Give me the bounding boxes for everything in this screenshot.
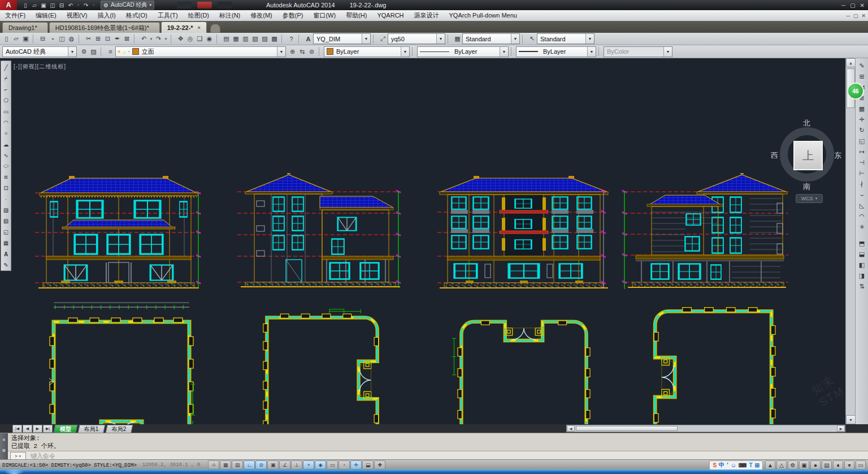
menu-item[interactable]: YQArch Pull-down Menu (444, 10, 522, 21)
send-under-icon[interactable]: ◨ (857, 270, 867, 281)
selectioncycling-toggle[interactable]: ⬓ (362, 460, 374, 469)
viewcube-west-label[interactable]: 西 (771, 150, 778, 161)
new-tab-button[interactable] (210, 24, 220, 33)
trim-icon[interactable]: ⊣ (857, 157, 867, 168)
quickcalc-icon[interactable]: ▩ (270, 34, 279, 44)
layer-properties-icon[interactable]: ≡ (106, 47, 115, 57)
extend-icon[interactable]: ⊢ (857, 168, 867, 179)
canvas-horizontal-scrollbar[interactable]: ◀ ▶ (566, 425, 845, 432)
sheetset-manager-icon[interactable]: ▧ (250, 34, 260, 44)
snap-toggle[interactable]: ▦ (220, 460, 231, 469)
autocad360-icon[interactable]: ● (810, 460, 821, 469)
ducs-toggle[interactable]: + (303, 460, 314, 469)
first-layout-button[interactable]: |◀ (12, 425, 22, 433)
windows-taskbar-edge[interactable] (0, 469, 868, 474)
wcs-menu[interactable]: WCS▾ (796, 194, 823, 203)
sogou-logo-icon[interactable]: S (713, 462, 717, 468)
lock-ui-icon[interactable]: ▣ (799, 460, 809, 469)
viewcube-north-label[interactable]: 北 (803, 118, 810, 128)
designcenter-icon[interactable]: ▦ (231, 34, 241, 44)
viewcube[interactable]: 北 南 西 东 上 (775, 119, 839, 192)
close-button[interactable]: ✕ (860, 2, 865, 8)
make-object-layer-current-icon[interactable]: ⊕ (288, 47, 297, 57)
publish-icon[interactable]: ◫ (57, 34, 67, 44)
revcloud-icon[interactable]: ☁ (2, 139, 11, 150)
workspace-combo[interactable]: ⚙ AutoCAD 经典 ▾ (101, 1, 154, 10)
pan-icon[interactable]: ✥ (176, 34, 185, 44)
saveas-icon[interactable]: ◫ (49, 1, 57, 10)
region-icon[interactable]: ◱ (2, 227, 11, 238)
text-style-combo[interactable]: YQ_DIM▼ (313, 33, 371, 44)
scale-icon[interactable]: ◱ (857, 136, 867, 146)
ellipse-icon[interactable]: ⬭ (2, 161, 11, 171)
line-icon[interactable]: ╱ (2, 62, 11, 73)
mleader-style-combo[interactable]: Standard▼ (537, 33, 594, 44)
menu-item[interactable]: 工具(T) (153, 10, 183, 21)
layout-tab[interactable]: 布局1 (78, 425, 106, 433)
tool-palettes-icon[interactable]: ▥ (241, 34, 250, 44)
open-icon[interactable]: ▱ (11, 34, 21, 44)
viewport-controls[interactable]: [-][俯视][二维线框] (14, 63, 66, 71)
ortho-toggle[interactable]: ∟ (244, 460, 255, 469)
layer-states-icon[interactable]: ⊜ (307, 47, 316, 57)
status-menu-icon[interactable]: ▾ (844, 460, 854, 469)
menu-item[interactable]: 文件(F) (0, 10, 31, 21)
doc-close-button[interactable]: ✕ (861, 13, 866, 19)
zoom-realtime-icon[interactable]: ◎ (185, 34, 195, 44)
cut-icon[interactable]: ✂ (84, 34, 93, 44)
prev-layout-button[interactable]: ◀ (23, 425, 32, 433)
menu-item[interactable]: 视图(V) (62, 10, 93, 21)
break-icon[interactable]: ∤ (857, 179, 867, 189)
undo-icon[interactable]: ↶ (139, 34, 149, 44)
arc-icon[interactable]: ◠ (2, 117, 11, 128)
restore-button[interactable]: ▢ (850, 2, 855, 8)
ime-punct-icon[interactable]: ’ (727, 462, 728, 468)
workspace-combo-2[interactable]: AutoCAD 经典▼ (2, 46, 77, 57)
join-icon[interactable]: ⌣ (857, 189, 867, 200)
rectangle-icon[interactable]: ▭ (2, 106, 11, 117)
rotate-icon[interactable]: ↻ (857, 125, 867, 136)
file-tab[interactable]: 19-2-22-*× (161, 21, 207, 33)
redo-icon[interactable]: ↷ (82, 1, 90, 10)
table-style-icon[interactable]: ▦ (453, 34, 462, 44)
dim-style-icon[interactable]: ⤢ (378, 34, 388, 44)
mleader-style-icon[interactable]: ↖ (527, 34, 537, 44)
scroll-up-icon[interactable]: ▲ (846, 58, 856, 67)
qnew-icon[interactable]: ▯ (21, 1, 29, 10)
viewcube-east-label[interactable]: 东 (834, 150, 841, 161)
circle-icon[interactable]: ○ (2, 128, 11, 139)
menu-item[interactable]: 修改(M) (245, 10, 277, 21)
drawing-canvas[interactable]: [-][俯视][二维线框] ╱ ⌿ ⌐ ⬠ ▭ ◠ ○ ☁ ∿ ⬭ ⧈ ⊡ · … (0, 58, 845, 424)
paste-icon[interactable]: ⊡ (103, 34, 112, 44)
file-tab[interactable]: HD190816-169特色景墙(1~6#箱)* (49, 22, 160, 33)
open-icon[interactable]: ▱ (31, 1, 38, 10)
help-icon[interactable]: ? (287, 34, 296, 44)
ime-chinese-icon[interactable]: 中 (719, 461, 724, 469)
menu-item[interactable]: 插入(I) (92, 10, 120, 21)
chamfer-icon[interactable]: ◺ (857, 200, 867, 211)
command-customize-icon[interactable]: ⚙ (2, 447, 5, 454)
menu-item[interactable]: 参数(P) (277, 10, 309, 21)
isolate-objects-icon[interactable]: ▤ (822, 460, 832, 469)
insert-block-icon[interactable]: ⧈ (2, 172, 11, 183)
undo-icon[interactable]: ↶ (67, 1, 75, 10)
undo-dropdown-icon[interactable]: ▾ (76, 1, 81, 10)
workspace-settings-icon[interactable]: ⚙ (79, 47, 89, 57)
layout-tab[interactable]: 模型 (54, 425, 78, 433)
scroll-right-icon[interactable]: ▶ (837, 425, 845, 432)
ime-emoji-icon[interactable]: ☺ (731, 462, 736, 468)
layout-tab[interactable]: 布局2 (105, 425, 133, 433)
addselected-icon[interactable]: ✎ (2, 260, 11, 270)
annotation-monitor-toggle[interactable]: ✚ (374, 460, 385, 469)
clean-screen-icon[interactable]: ▭ (856, 460, 866, 469)
file-tab[interactable]: Drawing1* (2, 22, 48, 33)
array-icon[interactable]: ▦ (857, 104, 867, 114)
green-notification-badge[interactable]: 46 (847, 83, 864, 100)
zoom-previous-icon[interactable]: ◉ (205, 34, 214, 44)
new-icon[interactable]: ▯ (2, 34, 11, 44)
bring-above-icon[interactable]: ◧ (857, 260, 867, 270)
menu-item[interactable]: 绘图(D) (183, 10, 214, 21)
copy-icon[interactable]: ⊞ (857, 71, 867, 82)
infer-constraints-toggle[interactable]: ⊹ (208, 460, 219, 469)
hatch-icon[interactable]: ▨ (2, 205, 11, 216)
